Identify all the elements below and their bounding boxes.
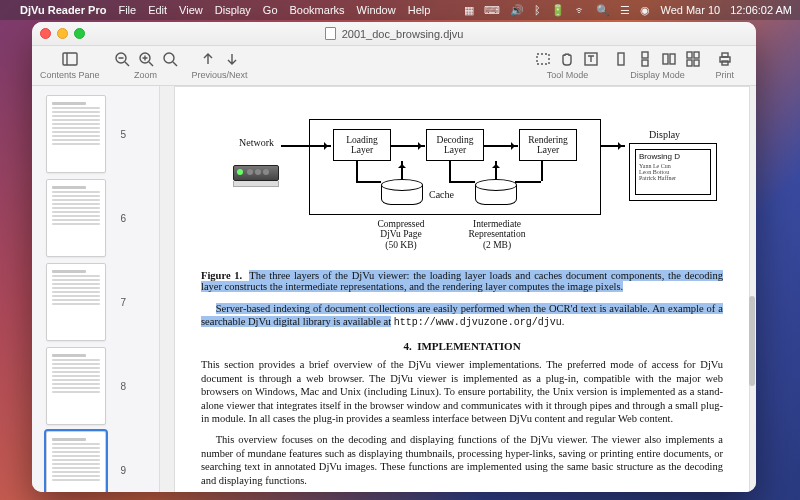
print-button[interactable] — [717, 51, 733, 67]
svg-rect-18 — [663, 54, 668, 64]
thumbnail-number: 5 — [112, 129, 126, 140]
document-page: Loading Layer Decoding Layer Rendering L… — [174, 86, 750, 492]
svg-rect-23 — [694, 60, 699, 66]
status-volume-icon[interactable]: 🔊 — [510, 4, 524, 17]
paragraph-indexing: Server-based indexing of document collec… — [201, 302, 723, 330]
svg-rect-22 — [687, 60, 692, 66]
section-heading: 4. IMPLEMENTATION — [201, 340, 723, 352]
svg-line-3 — [125, 62, 129, 66]
zoom-label: Zoom — [134, 70, 157, 80]
menu-view[interactable]: View — [179, 4, 203, 16]
page-view[interactable]: Loading Layer Decoding Layer Rendering L… — [160, 86, 756, 492]
thumbnail-pane[interactable]: 5 6 7 8 9 10 — [32, 86, 160, 492]
window-titlebar[interactable]: 2001_doc_browsing.djvu — [32, 22, 756, 46]
svg-rect-26 — [722, 61, 728, 65]
menu-help[interactable]: Help — [408, 4, 431, 16]
status-wifi-icon[interactable]: ᯤ — [575, 4, 586, 16]
thumbnail-7[interactable]: 7 — [32, 260, 159, 344]
zoom-fit-button[interactable] — [162, 51, 178, 67]
zoom-in-button[interactable] — [138, 51, 154, 67]
tool-select-button[interactable] — [535, 51, 551, 67]
window-title: 2001_doc_browsing.djvu — [342, 28, 464, 40]
svg-rect-0 — [63, 53, 77, 65]
app-window: 2001_doc_browsing.djvu Contents Pane Zoo… — [32, 22, 756, 492]
svg-rect-15 — [618, 53, 624, 65]
svg-point-9 — [164, 53, 174, 63]
window-close-button[interactable] — [40, 28, 51, 39]
status-bluetooth-icon[interactable]: ᛒ — [534, 4, 541, 16]
svg-rect-19 — [670, 54, 675, 64]
display-singlecont-button[interactable] — [637, 51, 653, 67]
paragraph-impl-2: This overview focuses on the decoding an… — [201, 433, 723, 487]
status-control-center-icon[interactable]: ☰ — [620, 4, 630, 17]
page-scrollbar[interactable] — [749, 86, 755, 492]
toolmode-label: Tool Mode — [547, 70, 589, 80]
svg-line-6 — [149, 62, 153, 66]
thumbnail-number: 8 — [112, 381, 126, 392]
toolbar: Contents Pane Zoom Previous/Next — [32, 46, 756, 86]
window-minimize-button[interactable] — [57, 28, 68, 39]
svg-rect-25 — [722, 53, 728, 57]
prevnext-label: Previous/Next — [192, 70, 248, 80]
menu-file[interactable]: File — [118, 4, 136, 16]
app-menu[interactable]: DjVu Reader Pro — [20, 4, 106, 16]
menu-edit[interactable]: Edit — [148, 4, 167, 16]
menu-display[interactable]: Display — [215, 4, 251, 16]
window-zoom-button[interactable] — [74, 28, 85, 39]
network-device-icon — [233, 165, 279, 181]
tool-hand-button[interactable] — [559, 51, 575, 67]
thumbnail-number: 7 — [112, 297, 126, 308]
svg-rect-17 — [642, 60, 648, 66]
menu-window[interactable]: Window — [357, 4, 396, 16]
display-two-button[interactable] — [661, 51, 677, 67]
document-icon — [325, 27, 336, 40]
print-label: Print — [715, 70, 734, 80]
macos-menubar: DjVu Reader Pro File Edit View Display G… — [0, 0, 800, 20]
svg-line-10 — [173, 62, 177, 66]
status-grid-icon[interactable]: ▦ — [464, 4, 474, 17]
thumbnail-number: 6 — [112, 213, 126, 224]
contents-pane-label: Contents Pane — [40, 70, 100, 80]
thumbnail-5[interactable]: 5 — [32, 92, 159, 176]
status-text-icon[interactable]: ⌨ — [484, 4, 500, 17]
paragraph-impl-1: This section provides a brief overview o… — [201, 358, 723, 425]
thumbnail-number: 9 — [112, 465, 126, 476]
menu-go[interactable]: Go — [263, 4, 278, 16]
tool-text-button[interactable] — [583, 51, 599, 67]
svg-rect-16 — [642, 52, 648, 58]
zoom-out-button[interactable] — [114, 51, 130, 67]
status-search-icon[interactable]: 🔍 — [596, 4, 610, 17]
figure-caption: Figure 1. The three layers of the DjVu v… — [201, 270, 723, 292]
svg-rect-11 — [537, 54, 549, 64]
thumbnail-9[interactable]: 9 — [32, 428, 159, 492]
thumbnail-8[interactable]: 8 — [32, 344, 159, 428]
menu-bookmarks[interactable]: Bookmarks — [290, 4, 345, 16]
status-battery-icon[interactable]: 🔋 — [551, 4, 565, 17]
displaymode-label: Display Mode — [630, 70, 685, 80]
next-page-button[interactable] — [224, 51, 240, 67]
display-twocont-button[interactable] — [685, 51, 701, 67]
figure-diagram: Loading Layer Decoding Layer Rendering L… — [201, 105, 723, 260]
menubar-date[interactable]: Wed Mar 10 — [660, 4, 720, 16]
svg-rect-20 — [687, 52, 692, 58]
status-siri-icon[interactable]: ◉ — [640, 4, 650, 17]
contents-pane-button[interactable] — [62, 51, 78, 67]
thumbnail-6[interactable]: 6 — [32, 176, 159, 260]
prev-page-button[interactable] — [200, 51, 216, 67]
svg-rect-21 — [694, 52, 699, 58]
menubar-time[interactable]: 12:06:02 AM — [730, 4, 792, 16]
display-single-button[interactable] — [613, 51, 629, 67]
